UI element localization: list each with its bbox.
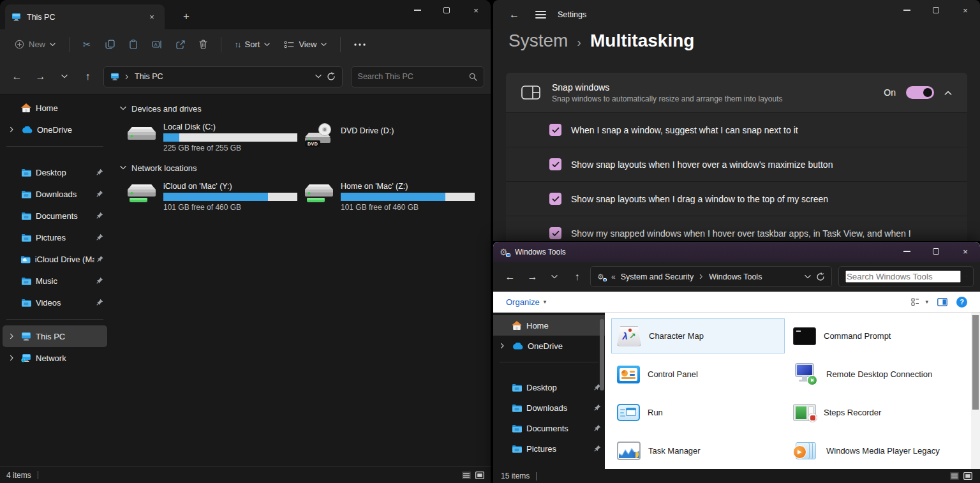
change-view-icon[interactable] xyxy=(911,298,921,306)
large-icons-view-icon[interactable] xyxy=(963,472,972,480)
back-button[interactable]: ← xyxy=(500,267,521,287)
up-button[interactable]: ↑ xyxy=(567,267,588,287)
recent-locations-button[interactable] xyxy=(54,66,75,87)
sidebar-item-desktop[interactable]: Desktop xyxy=(3,161,107,183)
more-options-button[interactable] xyxy=(348,39,371,50)
minimize-button[interactable] xyxy=(892,242,921,261)
up-button[interactable]: ↑ xyxy=(77,66,98,87)
breadcrumb-system[interactable]: System xyxy=(509,31,568,51)
sidebar-scrollbar[interactable] xyxy=(600,319,604,390)
checkbox-checked-icon[interactable] xyxy=(549,227,561,239)
sidebar-item-network[interactable]: Network xyxy=(3,347,107,369)
scrollbar-thumb[interactable] xyxy=(972,315,979,410)
snap-option-row[interactable]: Show snap layouts when I hover over a wi… xyxy=(506,147,967,181)
snap-windows-card[interactable]: Snap windows Snap windows to automatical… xyxy=(506,73,967,112)
tool-item-control-panel[interactable]: Control Panel xyxy=(611,357,785,392)
chevron-right-icon[interactable] xyxy=(10,355,13,361)
sort-button[interactable]: ↑↓ Sort xyxy=(229,35,276,54)
checkbox-checked-icon[interactable] xyxy=(549,124,561,136)
refresh-icon[interactable] xyxy=(816,272,825,281)
tool-item-steps-recorder[interactable]: Steps Recorder xyxy=(787,395,962,430)
back-button[interactable]: ← xyxy=(6,66,27,87)
sidebar-item-videos[interactable]: Videos xyxy=(3,292,107,313)
collapse-chevron-icon[interactable] xyxy=(120,166,126,170)
breadcrumb-system-and-security[interactable]: System and Security xyxy=(621,272,694,281)
tab-this-pc[interactable]: This PC × xyxy=(5,4,165,29)
sidebar-item-desktop[interactable]: Desktop xyxy=(493,377,605,398)
search-icon[interactable] xyxy=(966,272,967,281)
drive-tile-local-disk-c[interactable]: Local Disk (C:) 225 GB free of 255 GB xyxy=(124,120,301,155)
address-dropdown-icon[interactable] xyxy=(315,75,322,78)
minimize-button[interactable] xyxy=(403,0,432,20)
copy-button[interactable] xyxy=(100,35,121,54)
minimize-button[interactable] xyxy=(892,0,921,20)
recent-locations-button[interactable] xyxy=(544,267,565,287)
sidebar-item-pictures[interactable]: Pictures xyxy=(3,227,107,248)
sidebar-item-this-pc[interactable]: This PC xyxy=(3,325,107,347)
sidebar-item-downloads[interactable]: Downloads xyxy=(493,398,605,418)
help-icon[interactable]: ? xyxy=(956,297,967,308)
close-button[interactable]: × xyxy=(951,0,980,20)
search-input[interactable] xyxy=(845,271,961,283)
sidebar-item-documents[interactable]: Documents xyxy=(493,418,605,438)
breadcrumb[interactable]: This PC xyxy=(135,72,163,81)
preview-pane-icon[interactable] xyxy=(937,298,947,306)
chevron-right-icon[interactable] xyxy=(10,334,13,339)
sidebar-item-icloud-drive[interactable]: iCloud Drive (Ma xyxy=(3,248,107,270)
forward-button[interactable]: → xyxy=(30,66,51,87)
new-button[interactable]: New xyxy=(9,35,61,54)
back-icon[interactable]: ← xyxy=(505,9,524,20)
checkbox-checked-icon[interactable] xyxy=(549,158,561,170)
section-network-locations[interactable]: Network locations xyxy=(120,160,491,175)
sidebar-item-music[interactable]: Music xyxy=(3,270,107,292)
large-icons-view-icon[interactable] xyxy=(475,472,484,479)
drive-tile-home-z[interactable]: Home on 'Mac' (Z:) 101 GB free of 460 GB xyxy=(301,179,479,214)
drive-tile-icloud-y[interactable]: iCloud on 'Mac' (Y:) 101 GB free of 460 … xyxy=(124,179,301,214)
cut-button[interactable]: ✂ xyxy=(77,35,97,54)
sidebar-item-onedrive[interactable]: OneDrive xyxy=(3,119,107,140)
breadcrumb-collapse[interactable]: « xyxy=(611,272,616,281)
snap-option-row[interactable]: Show my snapped windows when I hover ove… xyxy=(506,216,967,241)
search-input[interactable] xyxy=(358,72,464,81)
tool-item-run[interactable]: Run xyxy=(611,395,785,430)
rename-button[interactable]: A xyxy=(146,36,168,53)
refresh-icon[interactable] xyxy=(327,72,336,81)
tool-item-task-manager[interactable]: Task Manager xyxy=(611,433,785,468)
sidebar-item-home[interactable]: Home xyxy=(493,315,605,336)
details-view-icon[interactable] xyxy=(462,472,471,479)
section-devices-and-drives[interactable]: Devices and drives xyxy=(120,101,491,116)
hamburger-menu-icon[interactable] xyxy=(535,11,546,19)
delete-button[interactable] xyxy=(193,35,213,54)
drive-tile-dvd[interactable]: DVD DVD Drive (D:) xyxy=(301,120,479,155)
forward-button[interactable]: → xyxy=(522,267,543,287)
view-button[interactable]: View xyxy=(278,35,332,54)
maximize-button[interactable] xyxy=(921,0,951,20)
snap-option-row[interactable]: When I snap a window, suggest what I can… xyxy=(506,112,967,147)
tool-item-wmp-legacy[interactable]: ▶ Windows Media Player Legacy xyxy=(787,433,962,468)
address-field[interactable]: This PC xyxy=(103,66,343,87)
tab-close-icon[interactable]: × xyxy=(145,11,158,24)
maximize-button[interactable] xyxy=(432,0,461,20)
tool-item-character-map[interactable]: λ↗ Character Map xyxy=(611,318,785,353)
sidebar-item-home[interactable]: Home xyxy=(3,97,107,119)
paste-button[interactable] xyxy=(123,35,144,54)
chevron-up-icon[interactable] xyxy=(944,91,952,95)
chevron-right-icon[interactable] xyxy=(10,127,13,133)
snap-windows-toggle[interactable] xyxy=(906,86,934,99)
content-scrollbar[interactable] xyxy=(971,313,980,469)
sidebar-item-onedrive[interactable]: OneDrive xyxy=(493,336,605,356)
share-button[interactable] xyxy=(170,36,191,54)
close-button[interactable]: × xyxy=(951,242,980,261)
details-view-icon[interactable] xyxy=(950,472,959,480)
tool-item-command-prompt[interactable]: Command Prompt xyxy=(787,318,962,353)
organize-button[interactable]: Organize xyxy=(506,297,540,307)
breadcrumb-windows-tools[interactable]: Windows Tools xyxy=(709,272,762,281)
collapse-chevron-icon[interactable] xyxy=(120,107,126,110)
address-dropdown-icon[interactable] xyxy=(805,275,811,279)
address-field[interactable]: ⚙ « System and Security Windows Tools xyxy=(590,266,832,287)
tool-item-remote-desktop[interactable]: Remote Desktop Connection xyxy=(787,357,962,392)
sidebar-item-downloads[interactable]: Downloads xyxy=(3,183,107,205)
sidebar-item-pictures[interactable]: Pictures xyxy=(493,438,605,459)
close-button[interactable]: × xyxy=(461,0,491,20)
maximize-button[interactable] xyxy=(921,242,951,261)
